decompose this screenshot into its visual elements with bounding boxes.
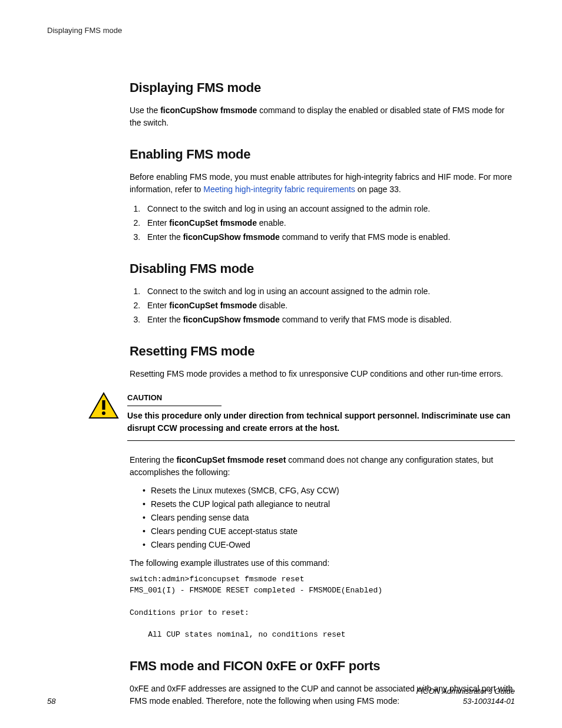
list-item: Resets the Linux mutexes (SMCB, CFG, Asy…: [143, 485, 515, 497]
enabling-intro: Before enabling FMS mode, you must enabl…: [130, 171, 515, 196]
list-item: Enter ficonCupSet fmsmode disable.: [143, 299, 515, 312]
text: disable.: [257, 301, 287, 310]
resetting-after-caution: Entering the ficonCupSet fmsmode reset c…: [130, 454, 515, 479]
list-item: Clears pending sense data: [143, 512, 515, 524]
text: Enter the: [147, 315, 183, 324]
list-item: Connect to the switch and log in using a…: [143, 285, 515, 298]
caution-block: CAUTION Use this procedure only under di…: [88, 392, 515, 450]
caution-label: CAUTION: [127, 392, 222, 407]
link-hif-requirements[interactable]: Meeting high-integrity fabric requiremen…: [203, 185, 355, 194]
code-block: switch:admin>ficoncupset fmsmode reset F…: [130, 574, 515, 641]
displaying-paragraph: Use the ficonCupShow fmsmode command to …: [130, 104, 515, 129]
text: enable.: [257, 218, 286, 228]
text: Enter the: [147, 232, 183, 242]
running-header: Displaying FMS mode: [47, 25, 515, 37]
command-text: ficonCupSet fmsmode: [169, 301, 257, 310]
list-item: Connect to the switch and log in using a…: [143, 203, 515, 215]
command-text: ficonCupSet fmsmode: [169, 218, 257, 228]
resetting-intro: Resetting FMS mode provides a method to …: [130, 368, 515, 380]
heading-oxfe: FMS mode and FICON 0xFE or 0xFF ports: [130, 656, 515, 676]
text: Enter: [147, 218, 169, 228]
command-text: ficonCupShow fmsmode: [183, 232, 280, 242]
resetting-bullets: Resets the Linux mutexes (SMCB, CFG, Asy…: [130, 485, 515, 551]
page-number: 58: [47, 696, 55, 707]
command-text: ficonCupShow fmsmode: [160, 106, 257, 115]
caution-icon: [88, 392, 119, 419]
list-item: Enter the ficonCupShow fmsmode command t…: [143, 231, 515, 243]
example-lead: The following example illustrates use of…: [130, 557, 515, 569]
list-item: Clears pending CUE-Owed: [143, 539, 515, 551]
svg-point-2: [102, 411, 105, 415]
list-item: Resets the CUP logical path allegiance t…: [143, 498, 515, 510]
disabling-steps: Connect to the switch and log in using a…: [130, 285, 515, 326]
footer-guide-title: FICON Administrator's Guide: [416, 686, 515, 697]
footer-doc-number: 53-1003144-01: [416, 696, 515, 707]
text: Enter: [147, 301, 169, 310]
heading-disabling: Disabling FMS mode: [130, 259, 515, 278]
text: Entering the: [130, 455, 176, 465]
command-text: ficonCupShow fmsmode: [183, 315, 280, 324]
main-content: Displaying FMS mode Use the ficonCupShow…: [130, 78, 515, 708]
list-item: Clears pending CUE accept-status state: [143, 525, 515, 538]
list-item: Enter ficonCupSet fmsmode enable.: [143, 217, 515, 229]
text: Use the: [130, 106, 160, 115]
caution-text: Use this procedure only under direction …: [127, 410, 515, 441]
svg-rect-1: [102, 400, 105, 410]
text: on page 33.: [355, 185, 401, 194]
enabling-steps: Connect to the switch and log in using a…: [130, 203, 515, 243]
command-text: ficonCupSet fmsmode reset: [176, 455, 286, 465]
heading-enabling: Enabling FMS mode: [130, 144, 515, 164]
text: command to verify that FMS mode is disab…: [280, 315, 452, 324]
page-footer: 58 FICON Administrator's Guide 53-100314…: [47, 686, 515, 707]
heading-displaying: Displaying FMS mode: [130, 78, 515, 97]
list-item: Enter the ficonCupShow fmsmode command t…: [143, 314, 515, 326]
heading-resetting: Resetting FMS mode: [130, 341, 515, 361]
text: command to verify that FMS mode is enabl…: [280, 232, 450, 242]
